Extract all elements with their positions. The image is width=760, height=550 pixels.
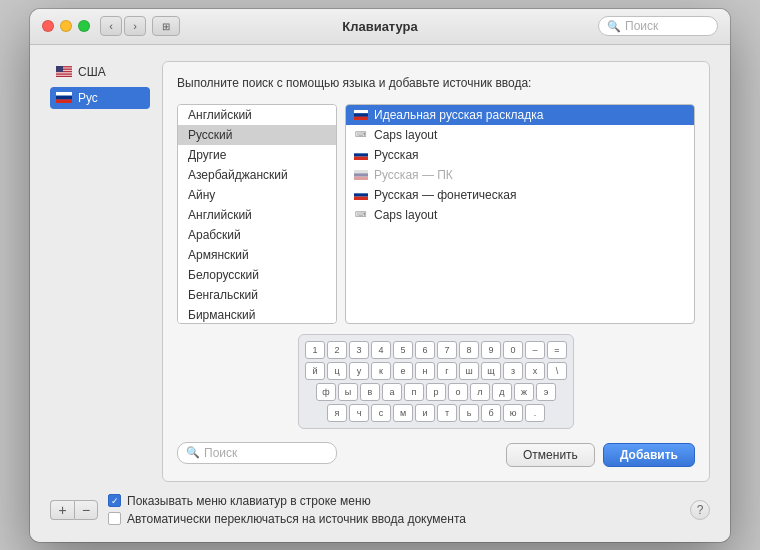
checkbox-show-menu[interactable] [108,494,121,507]
lang-item-aynu[interactable]: Айну [178,185,336,205]
svg-rect-12 [56,76,72,77]
checkboxes-area: Показывать меню клавиатур в строке меню … [108,494,680,526]
checkbox-show-menu-label: Показывать меню клавиатур в строке меню [127,494,371,508]
maximize-button[interactable] [78,20,90,32]
sidebar-label-us: США [78,65,106,79]
cancel-button[interactable]: Отменить [506,443,595,467]
svg-rect-16 [56,99,72,103]
layout-item-ideal-ru[interactable]: Идеальная русская раскладка [346,105,694,125]
dots-icon-2: ⌨ [354,210,368,220]
keyboard-preview: 1 2 3 4 5 6 7 8 9 0 – = [298,334,574,429]
key-6: 6 [415,341,435,359]
svg-rect-10 [56,75,72,76]
key-dash: – [525,341,545,359]
sidebar-item-ru[interactable]: Рус [50,87,150,109]
help-button[interactable]: ? [690,500,710,520]
key-g: г [437,362,457,380]
key-t: т [437,404,457,422]
nav-buttons: ‹ › ⊞ [100,16,180,36]
search-icon: 🔍 [607,20,621,33]
title-search-bar[interactable]: 🔍 Поиск [598,16,718,36]
forward-button[interactable]: › [124,16,146,36]
remove-source-button[interactable]: − [74,500,98,520]
grid-button[interactable]: ⊞ [152,16,180,36]
dialog-lists: Английский Русский Другие Азербайджански… [177,104,695,324]
add-button[interactable]: Добавить [603,443,695,467]
keyboard-wrapper: 1 2 3 4 5 6 7 8 9 0 – = [177,334,695,429]
checkbox-show-menu-row: Показывать меню клавиатур в строке меню [108,494,680,508]
svg-rect-13 [56,66,63,72]
search-row: 🔍 Поиск Отменить Добавить [177,439,695,467]
layout-item-russkaya-pk[interactable]: Русская — ПК [346,165,694,185]
flag-ru-small4-icon [354,190,368,200]
flag-ru-small-icon [354,110,368,120]
layout-item-russkaya[interactable]: Русская [346,145,694,165]
key-4: 4 [371,341,391,359]
layout-label-russkaya: Русская [374,148,419,162]
svg-rect-14 [56,92,72,96]
back-button[interactable]: ‹ [100,16,122,36]
lang-item-birmanskiy[interactable]: Бирманский [178,305,336,324]
lang-item-armyanskiy[interactable]: Армянский [178,245,336,265]
key-5: 5 [393,341,413,359]
key-2: 2 [327,341,347,359]
flag-ru-small3-icon [354,170,368,180]
key-u: у [349,362,369,380]
traffic-lights [42,20,90,32]
key-sh: ш [459,362,479,380]
lang-item-russkiy[interactable]: Русский [178,125,336,145]
dots-icon-1: ⌨ [354,130,368,140]
svg-rect-23 [354,170,368,173]
layout-label-russkaya-fon: Русская — фонетическая [374,188,516,202]
checkbox-auto-switch[interactable] [108,512,121,525]
key-row-2: й ц у к е н г ш щ з х \ [305,362,567,380]
key-e: е [393,362,413,380]
lang-item-bengalskiy[interactable]: Бенгальский [178,285,336,305]
lang-item-belorusskiy[interactable]: Белорусский [178,265,336,285]
key-equals: = [547,341,567,359]
dialog: Выполните поиск с помощью языка и добавь… [162,61,710,482]
minimize-button[interactable] [60,20,72,32]
key-r: р [426,383,446,401]
key-row-4: я ч с м и т ь б ю . [305,404,567,422]
svg-rect-28 [354,196,368,199]
layout-label-caps1: Caps layout [374,128,437,142]
layout-item-caps2[interactable]: ⌨ Caps layout [346,205,694,225]
lang-item-arabskiy[interactable]: Арабский [178,225,336,245]
add-source-button[interactable]: + [50,500,74,520]
svg-rect-17 [354,110,368,113]
key-row-1: 1 2 3 4 5 6 7 8 9 0 – = [305,341,567,359]
flag-us-icon [56,66,72,77]
svg-rect-7 [56,72,72,73]
key-soft: ь [459,404,479,422]
svg-rect-15 [56,96,72,100]
layout-item-russkaya-fon[interactable]: Русская — фонетическая [346,185,694,205]
key-f: ф [316,383,336,401]
svg-rect-8 [56,73,72,74]
layout-label-caps2: Caps layout [374,208,437,222]
language-list[interactable]: Английский Русский Другие Азербайджански… [177,104,337,324]
key-b: б [481,404,501,422]
lang-item-angliyskiy2[interactable]: Английский [178,205,336,225]
lang-item-angliyskiy[interactable]: Английский [178,105,336,125]
sidebar-item-us[interactable]: США [50,61,150,83]
checkbox-auto-switch-row: Автоматически переключаться на источник … [108,512,680,526]
dialog-search[interactable]: 🔍 Поиск [177,442,337,464]
svg-rect-26 [354,190,368,193]
main-window: ‹ › ⊞ Клавиатура 🔍 Поиск [30,9,730,542]
layout-item-caps1[interactable]: ⌨ Caps layout [346,125,694,145]
plus-minus-buttons: + − [50,500,98,520]
lang-item-drugie[interactable]: Другие [178,145,336,165]
key-a: а [382,383,402,401]
dialog-search-icon: 🔍 [186,446,200,459]
key-z: з [503,362,523,380]
window-title: Клавиатура [342,19,418,34]
key-1: 1 [305,341,325,359]
close-button[interactable] [42,20,54,32]
key-o: о [448,383,468,401]
title-search-placeholder: Поиск [625,19,658,33]
key-backslash: \ [547,362,567,380]
svg-rect-27 [354,193,368,196]
lang-item-azerbaydzhanskiy[interactable]: Азербайджанский [178,165,336,185]
layout-list[interactable]: Идеальная русская раскладка ⌨ Caps layou… [345,104,695,324]
